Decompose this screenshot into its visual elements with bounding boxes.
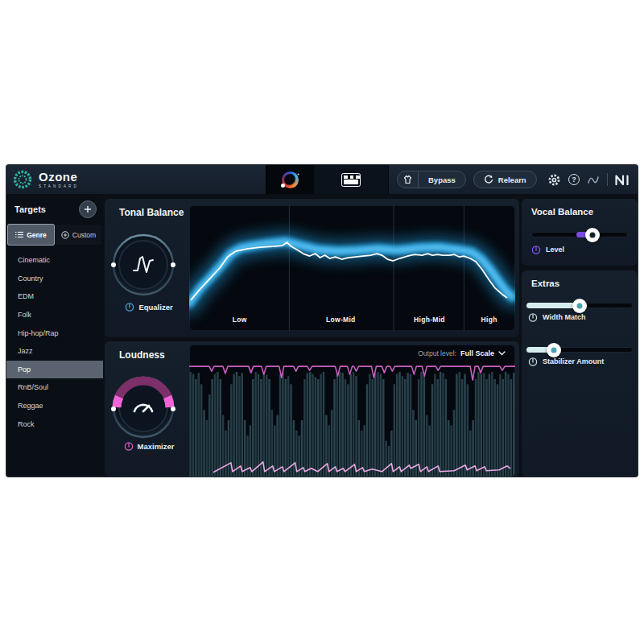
master-assistant-section <box>266 165 314 194</box>
genre-item[interactable]: Jazz <box>6 342 103 361</box>
relearn-icon <box>484 175 493 184</box>
equalizer-knob[interactable] <box>109 231 177 299</box>
maximizer-label: Maximizer <box>138 442 175 451</box>
transport-controls: Bypass Relearn ? <box>389 165 638 194</box>
tonal-balance-card: Tonal Balance <box>105 199 519 337</box>
tab-genre[interactable]: Genre <box>8 225 54 245</box>
stabilizer-label: Stabilizer Amount <box>543 357 604 365</box>
targets-sidebar: Targets Genre Custom Ci <box>6 194 103 477</box>
topbar-divider <box>607 173 608 186</box>
level-label: Level <box>546 246 564 254</box>
genre-item[interactable]: Folk <box>6 306 103 324</box>
tonal-balance-display: LowLow-MidHigh-MidHigh <box>189 205 515 331</box>
stabilizer-slider[interactable] <box>526 343 633 357</box>
stabilizer-power-icon[interactable] <box>528 357 538 366</box>
extras-card: Extras Width Match Stabilizer Amount <box>522 270 638 477</box>
maximizer-power-icon[interactable] <box>124 441 134 451</box>
output-level-value: Full Scale <box>460 349 494 357</box>
stabilizer-knob[interactable] <box>547 343 561 357</box>
signal-wave-icon[interactable] <box>587 174 600 185</box>
genre-item[interactable]: Pop <box>6 361 103 379</box>
app-logo: Ozone STANDARD <box>6 165 266 194</box>
chevron-down-icon <box>498 351 506 356</box>
vocal-level-slider[interactable] <box>531 228 628 242</box>
extras-title: Extras <box>531 279 559 288</box>
help-icon[interactable]: ? <box>568 174 580 185</box>
vocal-balance-card: Vocal Balance Level <box>522 199 638 266</box>
width-match-slider[interactable] <box>526 299 633 312</box>
relearn-label: Relearn <box>498 175 526 184</box>
settings-gear-icon[interactable] <box>547 173 561 187</box>
vocal-slider-knob[interactable] <box>585 228 600 242</box>
app-edition: STANDARD <box>39 184 79 188</box>
loudness-title: Loudness <box>119 349 165 361</box>
audition-icon[interactable] <box>398 171 419 188</box>
ozone-logo-icon <box>12 169 33 190</box>
width-match-label: Width Match <box>543 313 585 321</box>
loudness-display: Output level: Full Scale <box>189 345 515 477</box>
genre-item[interactable]: Rock <box>6 415 103 433</box>
output-level-label: Output level: <box>418 349 456 357</box>
plus-icon <box>84 205 92 213</box>
equalizer-label: Equalizer <box>138 303 172 312</box>
equalizer-power-icon[interactable] <box>125 302 134 312</box>
genre-list: CinematicCountryEDMFolkHip-hop/RapJazzPo… <box>6 251 103 433</box>
genre-item[interactable]: Country <box>6 270 103 288</box>
vocal-balance-title: Vocal Balance <box>531 207 593 217</box>
module-chain-icon[interactable] <box>341 173 361 187</box>
maximizer-knob[interactable] <box>109 374 177 441</box>
bypass-group: Bypass <box>397 171 466 188</box>
tonal-balance-title: Tonal Balance <box>119 207 184 218</box>
genre-item[interactable]: Reggae <box>6 397 103 415</box>
partner-logo-icon <box>615 175 630 185</box>
bypass-button[interactable]: Bypass <box>419 175 465 184</box>
band-labels: LowLow-MidHigh-MidHigh <box>189 316 515 325</box>
width-match-power-icon[interactable] <box>528 312 538 322</box>
genre-item[interactable]: Hip-hop/Rap <box>6 324 103 342</box>
app-name: Ozone <box>39 171 79 183</box>
topbar: Ozone STANDARD Bypass <box>6 165 638 194</box>
loudness-card: Loudness Maximizer <box>105 341 519 477</box>
genre-item[interactable]: Cinematic <box>6 251 103 270</box>
master-assistant-icon[interactable] <box>282 171 299 188</box>
circle-plus-icon <box>61 231 69 239</box>
tab-custom[interactable]: Custom <box>56 225 101 245</box>
target-tabs: Genre Custom <box>6 225 103 245</box>
genre-item[interactable]: EDM <box>6 287 103 306</box>
list-icon <box>15 231 23 238</box>
width-match-knob[interactable] <box>572 299 587 313</box>
ceiling-line <box>189 366 515 380</box>
output-level-dropdown[interactable]: Output level: Full Scale <box>418 349 506 357</box>
genre-item[interactable]: RnB/Soul <box>6 378 103 397</box>
relearn-button[interactable]: Relearn <box>473 171 537 188</box>
add-target-button[interactable] <box>79 200 97 218</box>
level-power-icon[interactable] <box>531 245 541 254</box>
module-chain-section <box>314 165 389 194</box>
sidebar-title: Targets <box>14 204 46 214</box>
ozone-plugin-window: Ozone STANDARD Bypass <box>6 165 638 477</box>
